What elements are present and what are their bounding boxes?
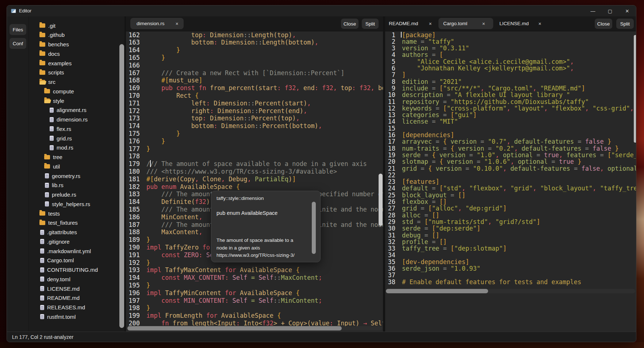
code-line-173[interactable]: 173 top: Dimension::Percent(top), bbox=[126, 115, 383, 122]
tree-item-grid-rs[interactable]: grid.rs bbox=[49, 134, 72, 143]
code-line-32[interactable]: 32profile = [] bbox=[385, 239, 636, 245]
tree-item-compute[interactable]: compute bbox=[44, 86, 74, 96]
tree-item--git[interactable]: .git bbox=[39, 21, 55, 30]
code-line-176[interactable]: 176 } bbox=[126, 138, 383, 145]
tab-close-icon[interactable]: ✕ bbox=[538, 22, 541, 26]
tree-item-dimension-rs[interactable]: dimension.rs bbox=[49, 115, 88, 124]
code-line-28[interactable]: 28alloc = [] bbox=[385, 212, 636, 219]
code-line-177[interactable]: 177} bbox=[126, 145, 383, 153]
code-line-18[interactable]: 18num-traits = { version = "0.2", defaul… bbox=[385, 145, 636, 152]
tab-dimension-rs[interactable]: dimension.rs ✕ bbox=[130, 18, 184, 29]
code-line-10[interactable]: 10description = "A flexible UI layout li… bbox=[385, 92, 636, 98]
code-line-162[interactable]: 162 top: Dimension::Length(top), bbox=[126, 31, 383, 39]
code-line-170[interactable]: 170 Rect { bbox=[126, 92, 383, 100]
code-line-169[interactable]: 169 pub const fn from_percent(start: f32… bbox=[126, 84, 383, 92]
code-line-6[interactable]: 6 "Johnathan Kelley <jkelleyrtp@gmail.co… bbox=[385, 65, 636, 71]
code-line-172[interactable]: 172 right: Dimension::Percent(end), bbox=[126, 107, 383, 115]
code-line-27[interactable]: 27grid = ["alloc", "dep:grid"] bbox=[385, 205, 636, 212]
tab-close-icon[interactable]: ✕ bbox=[429, 22, 432, 26]
titlebar[interactable]: Editor — ▢ ✕ bbox=[7, 5, 636, 17]
code-line-37[interactable]: 37 bbox=[385, 272, 636, 278]
code-line-9[interactable]: 9include = ["src/**/*", "Cargo.toml", "R… bbox=[385, 85, 636, 92]
files-button[interactable]: Files bbox=[9, 24, 26, 35]
code-line-197[interactable]: 197 const MIN_CONTENT: Self = Self::MinC… bbox=[126, 297, 383, 305]
tree-item-license-md[interactable]: LICENSE.md bbox=[39, 284, 80, 293]
right-code-area[interactable]: 1[package]2name = "taffy"3version = "0.3… bbox=[385, 31, 636, 332]
tab-readme-md[interactable]: README.md ✕ bbox=[386, 18, 436, 29]
code-line-17[interactable]: 17arrayvec = { version = "0.7", default-… bbox=[385, 138, 636, 145]
code-line-198[interactable]: 198} bbox=[126, 304, 383, 312]
middle-close-pane-button[interactable]: Close bbox=[341, 19, 359, 29]
tab-close-icon[interactable]: ✕ bbox=[482, 22, 485, 26]
tooltip-doc-link[interactable]: https://www.w3.org/TR/css-sizing-3/ bbox=[216, 252, 315, 258]
tab-close-icon[interactable]: ✕ bbox=[175, 22, 179, 26]
tree-item--gitignore[interactable]: .gitignore bbox=[39, 237, 70, 246]
code-line-11[interactable]: 11repository = "https://github.com/Dioxu… bbox=[385, 98, 636, 105]
code-line-20[interactable]: 20slotmap = { version = "1.0.6", optiona… bbox=[385, 158, 636, 165]
code-line-26[interactable]: 26flexbox = [] bbox=[385, 198, 636, 205]
code-line-19[interactable]: 19serde = { version = "1.0", optional = … bbox=[385, 152, 636, 158]
code-line-36[interactable]: 36serde_json = "1.0.93" bbox=[385, 265, 636, 272]
code-line-166[interactable]: 166 bbox=[126, 62, 383, 69]
code-line-181[interactable]: 181#[derive(Copy, Clone, Debug, PartialE… bbox=[126, 175, 383, 183]
code-line-195[interactable]: 195} bbox=[126, 282, 383, 289]
tree-item-style[interactable]: style bbox=[44, 96, 64, 105]
right-hscroll-thumb[interactable] bbox=[386, 289, 488, 293]
code-line-25[interactable]: 25block_layout = [] bbox=[385, 192, 636, 198]
code-line-175[interactable]: 175 } bbox=[126, 130, 383, 138]
code-line-171[interactable]: 171 left: Dimension::Percent(start), bbox=[126, 100, 383, 107]
tree-item-mod-rs[interactable]: mod.rs bbox=[49, 143, 73, 152]
code-line-38[interactable]: 38# Enable default features for tests an… bbox=[385, 279, 636, 285]
tree-item--markdownlint-yml[interactable]: .markdownlint.yml bbox=[39, 246, 91, 256]
right-split-pane-button[interactable]: Split bbox=[616, 19, 634, 29]
tree-item-tests[interactable]: tests bbox=[39, 209, 60, 218]
middle-code-area[interactable]: 162 top: Dimension::Length(top),163 bott… bbox=[126, 31, 383, 332]
code-line-12[interactable]: 12keywords = ["cross-platform", "layout"… bbox=[385, 105, 636, 112]
code-line-196[interactable]: 196impl TaffyMinContent for AvailableSpa… bbox=[126, 289, 383, 297]
tree-item-examples[interactable]: examples bbox=[39, 58, 72, 68]
code-line-24[interactable]: 24default = ["std", "flexbox", "grid", "… bbox=[385, 185, 636, 192]
code-line-167[interactable]: 167 /// Create a new Rect with [`Dimensi… bbox=[126, 69, 383, 77]
tab-cargo-toml[interactable]: Cargo.toml ✕ bbox=[438, 18, 493, 29]
close-window-button[interactable]: ✕ bbox=[620, 5, 635, 16]
code-line-14[interactable]: 14license = "MIT" bbox=[385, 118, 636, 125]
tree-item-scripts[interactable]: scripts bbox=[39, 68, 64, 77]
code-line-16[interactable]: 16[dependencies] bbox=[385, 132, 636, 138]
code-line-194[interactable]: 194 const MAX_CONTENT: Self = Self::MaxC… bbox=[126, 274, 383, 282]
code-line-33[interactable]: 33taffy_tree = ["dep:slotmap"] bbox=[385, 245, 636, 252]
tree-item--gitattributes[interactable]: .gitattributes bbox=[39, 228, 77, 237]
tree-item-readme-md[interactable]: README.md bbox=[39, 293, 80, 303]
middle-hscroll-thumb[interactable] bbox=[127, 326, 342, 330]
code-line-4[interactable]: 4authors = [ bbox=[385, 51, 636, 58]
middle-vertical-scrollbar[interactable] bbox=[379, 174, 383, 226]
tree-item-src[interactable]: src bbox=[39, 77, 55, 87]
code-line-31[interactable]: 31debug = [] bbox=[385, 232, 636, 239]
tree-item-alignment-rs[interactable]: alignment.rs bbox=[49, 105, 87, 115]
code-line-178[interactable]: 178 bbox=[126, 152, 383, 160]
code-line-15[interactable]: 15 bbox=[385, 125, 636, 132]
tree-item-prelude-rs[interactable]: prelude.rs bbox=[44, 190, 76, 200]
code-line-34[interactable]: 34 bbox=[385, 252, 636, 258]
code-line-180[interactable]: 180/// <https://www.w3.org/TR/css-sizing… bbox=[126, 168, 383, 175]
code-line-13[interactable]: 13categories = ["gui"] bbox=[385, 112, 636, 118]
tree-item-deny-toml[interactable]: deny.toml bbox=[39, 274, 70, 284]
code-line-164[interactable]: 164 } bbox=[126, 46, 383, 54]
right-vertical-scrollbar[interactable] bbox=[634, 35, 636, 143]
tree-item--github[interactable]: .github bbox=[39, 30, 65, 40]
code-line-35[interactable]: 35[dev-dependencies] bbox=[385, 259, 636, 265]
code-line-174[interactable]: 174 bottom: Dimension::Percent(bottom), bbox=[126, 122, 383, 130]
code-line-182[interactable]: 182pub enum AvailableSpace { bbox=[126, 183, 383, 191]
code-line-7[interactable]: 7] bbox=[385, 71, 636, 78]
tooltip-scrollbar[interactable] bbox=[312, 202, 316, 254]
tree-item-contributing-md[interactable]: CONTRIBUTING.md bbox=[39, 265, 98, 275]
code-line-1[interactable]: 1[package] bbox=[385, 32, 636, 38]
code-line-199[interactable]: 199impl FromLength for AvailableSpace { bbox=[126, 312, 383, 320]
middle-split-pane-button[interactable]: Split bbox=[362, 19, 379, 29]
code-line-3[interactable]: 3version = "0.3.11" bbox=[385, 45, 636, 51]
code-line-29[interactable]: 29std = ["num-traits/std", "grid?/std"] bbox=[385, 219, 636, 225]
code-line-193[interactable]: 193impl TaffyMaxContent for AvailableSpa… bbox=[126, 266, 383, 274]
conf-button[interactable]: Conf bbox=[9, 38, 26, 49]
tree-item-rustfmt-toml[interactable]: rustfmt.toml bbox=[39, 312, 76, 321]
file-tree-scrollbar[interactable] bbox=[119, 44, 124, 328]
tree-item-style-helpers-rs[interactable]: style_helpers.rs bbox=[44, 199, 90, 209]
